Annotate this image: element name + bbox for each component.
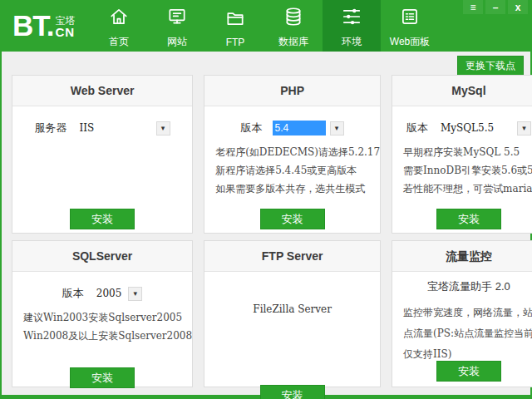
install-button[interactable]: 安装: [260, 385, 325, 399]
minimize-icon[interactable]: –: [485, 0, 505, 14]
card-body: 版本 5.4 ▾ 老程序(如DEDECMS)请选择5.2.17 新程序请选择5.…: [204, 121, 380, 246]
note-line: 若性能不理想，可尝试mariadb: [403, 180, 532, 198]
card-title: MySql: [392, 76, 532, 106]
nav-tab-label: Web面板: [390, 35, 430, 49]
card-php: PHP 版本 5.4 ▾ 老程序(如DEDECMS)请选择5.2.17 新程序请…: [204, 75, 381, 234]
chevron-down-icon[interactable]: ▾: [517, 121, 531, 135]
app-logo: BT. 宝塔 CN: [0, 0, 90, 52]
field-label: 服务器: [35, 121, 67, 135]
card-notes: 建议Win2003安装Sqlserver2005 Win2008及以上安装Sql…: [12, 308, 192, 345]
logo-text: BT.: [12, 9, 54, 42]
note-line: Win2008及以上安装Sqlserver2008: [23, 327, 192, 345]
selected-value: MySQL5.5: [438, 121, 496, 135]
logo-stack: 宝塔 CN: [56, 16, 76, 39]
selected-value: 2005: [94, 286, 125, 301]
field-label: 版本: [62, 286, 84, 301]
traffic-description: 监控带宽速度，网络流量，站点流量(PS:站点流量监控当前仅支持IIS): [392, 303, 532, 365]
card-title: FTP Server: [204, 241, 380, 272]
php-version-select[interactable]: 5.4 ▾: [273, 121, 344, 135]
header-bar: BT. 宝塔 CN 首页 网站: [0, 0, 532, 52]
card-body: 服务器 IIS ▾ 安装: [12, 121, 192, 246]
note-line: 老程序(如DEDECMS)请选择5.2.17: [215, 143, 380, 161]
card-notes: 早期程序安装MySQL 5.5 需要InnoDB引擎安装5.6或5.7 若性能不…: [392, 143, 532, 198]
note-line: 建议Win2003安装Sqlserver2005: [23, 308, 192, 327]
cards-grid: Web Server 服务器 IIS ▾ 安装 PHP: [12, 75, 524, 387]
database-icon: [283, 6, 304, 31]
change-download-node-button[interactable]: 更换下载点: [457, 56, 524, 76]
website-icon: [166, 6, 188, 31]
install-button[interactable]: 安装: [260, 209, 325, 229]
version-field-row: 版本 5.4 ▾: [204, 121, 380, 135]
install-button[interactable]: 安装: [70, 367, 135, 388]
home-icon: [108, 6, 130, 31]
nav-tab-label: 网站: [167, 35, 187, 49]
install-button[interactable]: 安装: [70, 209, 135, 229]
version-field-row: 版本 MySQL5.5 ▾: [392, 121, 532, 135]
card-body: 宝塔流量助手 2.0 监控带宽速度，网络流量，站点流量(PS:站点流量监控当前仅…: [392, 279, 532, 393]
install-button[interactable]: 安装: [436, 209, 501, 229]
card-body: FileZilla Server 安装: [204, 303, 380, 399]
field-label: 版本: [406, 121, 428, 135]
nav-tab-webpanel[interactable]: Web面板: [381, 0, 439, 52]
traffic-helper-name: 宝塔流量助手 2.0: [392, 279, 532, 294]
content-area: 更换下载点 Web Server 服务器 IIS ▾ 安装: [2, 52, 530, 395]
menu-icon[interactable]: ≡: [463, 0, 483, 14]
mysql-version-select[interactable]: MySQL5.5 ▾: [438, 121, 531, 135]
card-title: SQLServer: [12, 241, 192, 272]
note-line: 新程序请选择5.4.45或更高版本: [215, 161, 380, 180]
card-title: Web Server: [12, 76, 192, 106]
note-line: 需要InnoDB引擎安装5.6或5.7: [403, 161, 532, 180]
chevron-down-icon[interactable]: ▾: [128, 287, 142, 301]
selected-value: IIS: [77, 121, 97, 135]
card-mysql: MySql 版本 MySQL5.5 ▾ 早期程序安装MySQL 5.5 需要In…: [392, 75, 532, 234]
card-body: 版本 MySQL5.5 ▾ 早期程序安装MySQL 5.5 需要InnoDB引擎…: [392, 121, 532, 246]
note-line: 如果需要多版本共存，选共生模式: [215, 180, 380, 198]
sqlserver-version-select[interactable]: 2005 ▾: [94, 286, 143, 301]
folder-icon: [224, 7, 246, 32]
card-traffic-monitor: 流量监控 宝塔流量助手 2.0 监控带宽速度，网络流量，站点流量(PS:站点流量…: [392, 240, 532, 387]
nav-tab-ftp[interactable]: FTP: [206, 0, 264, 52]
card-ftp-server: FTP Server FileZilla Server 安装: [204, 240, 381, 387]
sliders-icon: [341, 6, 362, 31]
note-line: 早期程序安装MySQL 5.5: [403, 143, 532, 161]
card-body: 版本 2005 ▾ 建议Win2003安装Sqlserver2005 Win20…: [12, 286, 192, 399]
field-label: 版本: [241, 121, 263, 135]
card-notes: 老程序(如DEDECMS)请选择5.2.17 新程序请选择5.4.45或更高版本…: [204, 143, 380, 198]
toolbar: 更换下载点: [2, 52, 530, 75]
nav-tab-website[interactable]: 网站: [148, 0, 206, 52]
nav-tab-label: FTP: [226, 37, 245, 48]
ftp-software-name: FileZilla Server: [204, 303, 380, 315]
nav-tab-environment[interactable]: 环境: [323, 0, 381, 52]
nav-tab-label: 首页: [109, 35, 129, 49]
nav-tab-label: 数据库: [278, 35, 308, 49]
close-icon[interactable]: x: [508, 0, 528, 14]
app-window: BT. 宝塔 CN 首页 网站: [0, 0, 532, 399]
main-nav: 首页 网站 FTP 数据库: [90, 0, 439, 52]
nav-tab-label: 环境: [342, 35, 362, 49]
nav-tab-home[interactable]: 首页: [90, 0, 148, 52]
install-button[interactable]: 安装: [436, 361, 501, 382]
window-controls: ≡ – x: [461, 0, 528, 14]
logo-domain: CN: [56, 26, 76, 39]
webserver-select[interactable]: IIS ▾: [77, 121, 170, 135]
card-sqlserver: SQLServer 版本 2005 ▾ 建议Win2003安装Sqlserver…: [12, 240, 193, 387]
chevron-down-icon[interactable]: ▾: [156, 121, 170, 135]
card-title: PHP: [204, 76, 380, 106]
version-field-row: 版本 2005 ▾: [12, 286, 192, 301]
card-web-server: Web Server 服务器 IIS ▾ 安装: [12, 75, 193, 234]
nav-tab-database[interactable]: 数据库: [264, 0, 323, 52]
server-field-row: 服务器 IIS ▾: [12, 121, 192, 135]
panel-icon: [399, 6, 421, 31]
chevron-down-icon[interactable]: ▾: [330, 121, 344, 135]
selected-value: 5.4: [273, 121, 326, 135]
card-title: 流量监控: [392, 241, 532, 272]
